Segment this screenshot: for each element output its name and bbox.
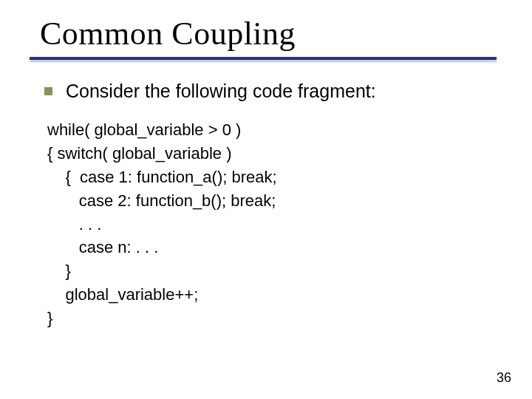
slide: Common Coupling Consider the following c… xyxy=(0,0,532,399)
code-line: } xyxy=(47,307,532,330)
page-number: 36 xyxy=(497,370,511,386)
code-line: . . . xyxy=(47,213,532,236)
bullet-text: Consider the following code fragment: xyxy=(66,81,376,102)
code-line: { switch( global_variable ) xyxy=(47,142,532,166)
code-line: global_variable++; xyxy=(47,283,532,307)
code-line: while( global_variable > 0 ) xyxy=(47,118,532,142)
code-fragment: while( global_variable > 0 ) { switch( g… xyxy=(44,118,532,330)
bullet-item: Consider the following code fragment: xyxy=(44,81,532,102)
code-line: } xyxy=(47,259,532,283)
code-line: case 2: function_b(); break; xyxy=(47,189,532,213)
slide-title: Common Coupling xyxy=(0,15,532,57)
code-line: case n: . . . xyxy=(47,236,532,259)
square-bullet-icon xyxy=(44,87,52,95)
code-line: { case 1: function_a(); break; xyxy=(47,166,532,189)
slide-content: Consider the following code fragment: wh… xyxy=(0,60,532,330)
